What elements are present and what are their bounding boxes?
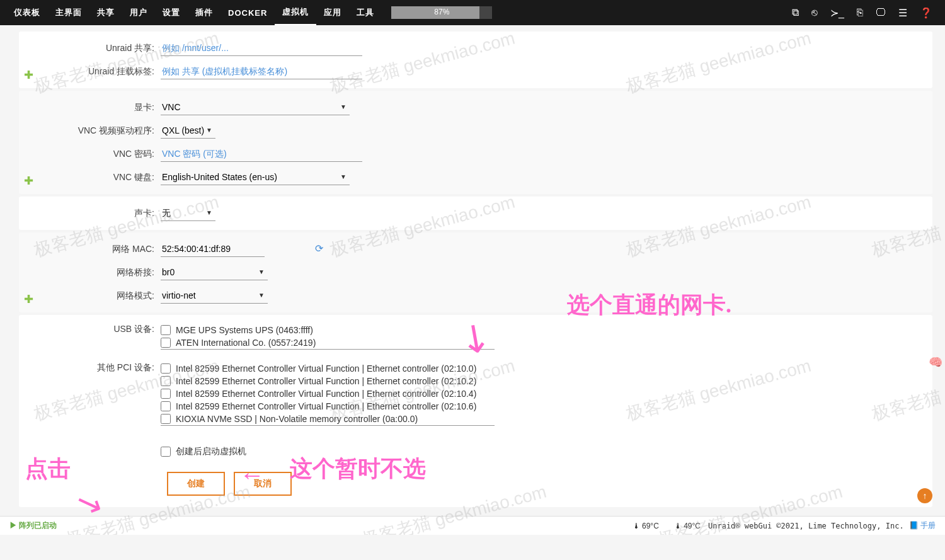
pci-item-label: Intel 82599 Ethernet Controller Virtual …	[176, 401, 476, 411]
vnc-pw-input[interactable]	[161, 146, 362, 162]
nav-users[interactable]: 用户	[122, 0, 155, 25]
create-button[interactable]: 创建	[167, 472, 225, 496]
devices-section: USB 设备: MGE UPS Systems UPS (0463:ffff) …	[19, 315, 932, 507]
pci-item[interactable]: Intel 82599 Ethernet Controller Virtual …	[161, 400, 495, 413]
netmodel-select[interactable]: virtio-net	[161, 288, 268, 304]
usb-item[interactable]: MGE UPS Systems UPS (0463:ffff)	[161, 324, 495, 336]
pci-item-label: Intel 82599 Ethernet Controller Virtual …	[176, 376, 476, 386]
nav-settings[interactable]: 设置	[155, 0, 188, 25]
sound-label: 声卡:	[19, 208, 161, 219]
nav-plugins[interactable]: 插件	[188, 0, 220, 25]
netmodel-label: 网络模式:	[19, 290, 161, 302]
start-after-label: 创建后启动虚拟机	[176, 446, 246, 457]
mac-input[interactable]	[161, 241, 265, 257]
share-label: Unraid 共享:	[19, 43, 161, 54]
footer: ▶ 阵列已启动 🌡 69°C 🌡 49°C Unraid® webGui ©20…	[0, 516, 945, 535]
share-section: Unraid 共享: Unraid 挂载标签: ✚	[19, 31, 932, 88]
vnc-driver-label: VNC 视频驱动程序:	[19, 125, 161, 137]
terminal-icon[interactable]: ≻_	[824, 7, 850, 19]
mount-input[interactable]	[161, 64, 362, 79]
cpu-temp: 🌡 69°C	[633, 522, 659, 530]
pci-checkbox-1[interactable]	[161, 376, 171, 386]
nav-shares[interactable]: 共享	[89, 0, 122, 25]
cancel-button[interactable]: 取消	[234, 472, 292, 496]
usb-checkbox-1[interactable]	[161, 338, 171, 348]
usb-item-label: ATEN International Co. (0557:2419)	[176, 338, 316, 348]
side-badge-icon[interactable]: 🧠	[926, 353, 945, 372]
nav-main[interactable]: 主界面	[48, 0, 89, 25]
pci-item[interactable]: Intel 82599 Ethernet Controller Virtual …	[161, 362, 495, 375]
start-after-checkbox[interactable]	[161, 447, 171, 457]
feedback-icon[interactable]: ⎘	[850, 7, 869, 18]
nav-dashboard[interactable]: 仪表板	[6, 0, 48, 25]
mac-label: 网络 MAC:	[19, 244, 161, 255]
add-gpu-icon[interactable]: ✚	[24, 174, 33, 188]
bridge-label: 网络桥接:	[19, 267, 161, 278]
add-share-icon[interactable]: ✚	[24, 68, 33, 82]
popup-icon[interactable]: ⧉	[786, 7, 805, 18]
pci-item-label: Intel 82599 Ethernet Controller Virtual …	[176, 389, 476, 399]
usb-item[interactable]: ATEN International Co. (0557:2419)	[161, 336, 495, 349]
vnc-kb-label: VNC 键盘:	[19, 172, 161, 183]
top-navigation: 仪表板 主界面 共享 用户 设置 插件 DOCKER 虚拟机 应用 工具 87%…	[0, 0, 945, 25]
vnc-driver-select[interactable]: QXL (best)	[161, 123, 215, 139]
logout-icon[interactable]: ⎋	[805, 7, 824, 18]
add-nic-icon[interactable]: ✚	[24, 292, 33, 306]
nav-vms[interactable]: 虚拟机	[275, 0, 316, 25]
manual-link[interactable]: 📘 手册	[909, 520, 936, 531]
vnc-pw-label: VNC 密码:	[19, 149, 161, 160]
progress-bar: 87%	[391, 6, 492, 19]
pci-item[interactable]: Intel 82599 Ethernet Controller Virtual …	[161, 387, 495, 400]
refresh-mac-icon[interactable]: ⟳	[315, 243, 323, 254]
pci-item-label: Intel 82599 Ethernet Controller Virtual …	[176, 363, 476, 374]
sound-select[interactable]: 无	[161, 205, 215, 221]
progress-text: 87%	[391, 8, 492, 16]
pci-checkbox-3[interactable]	[161, 401, 171, 411]
copyright: Unraid® webGui ©2021, Lime Technology, I…	[708, 522, 904, 530]
log-icon[interactable]: ☰	[892, 7, 914, 19]
gpu-select[interactable]: VNC	[161, 100, 350, 115]
nav-apps[interactable]: 应用	[316, 0, 349, 25]
network-section: 网络 MAC: ⟳ 网络桥接: br0▼ 网络模式: virtio-net▼ ✚	[19, 232, 932, 312]
pci-checkbox-0[interactable]	[161, 363, 171, 374]
graphics-section: 显卡: VNC▼ VNC 视频驱动程序: QXL (best)▼ VNC 密码:…	[19, 91, 932, 194]
pci-checkbox-4[interactable]	[161, 414, 171, 424]
pci-item-label: KIOXIA NVMe SSD | Non-Volatile memory co…	[176, 414, 418, 424]
array-status: ▶ 阵列已启动	[9, 520, 57, 531]
nav-tools[interactable]: 工具	[349, 0, 382, 25]
nav-docker[interactable]: DOCKER	[220, 0, 275, 25]
pci-item[interactable]: Intel 82599 Ethernet Controller Virtual …	[161, 375, 495, 387]
help-icon[interactable]: ❓	[914, 7, 939, 19]
mb-temp: 🌡 49°C	[674, 522, 701, 530]
usb-item-label: MGE UPS Systems UPS (0463:ffff)	[176, 325, 313, 335]
display-icon[interactable]: 🖵	[869, 7, 892, 18]
mount-label: Unraid 挂载标签:	[19, 66, 161, 77]
start-after-row[interactable]: 创建后启动虚拟机	[161, 445, 932, 459]
pci-item[interactable]: KIOXIA NVMe SSD | Non-Volatile memory co…	[161, 413, 495, 425]
gpu-label: 显卡:	[19, 102, 161, 113]
vnc-kb-select[interactable]: English-United States (en-us)	[161, 169, 350, 185]
scroll-top-button[interactable]: ↑	[917, 488, 932, 503]
sound-section: 声卡: 无▼	[19, 197, 932, 230]
share-input[interactable]	[161, 40, 362, 56]
pci-checkbox-2[interactable]	[161, 389, 171, 399]
usb-label: USB 设备:	[19, 324, 161, 335]
pci-label: 其他 PCI 设备:	[19, 362, 161, 374]
usb-checkbox-0[interactable]	[161, 325, 171, 335]
bridge-select[interactable]: br0	[161, 265, 268, 280]
